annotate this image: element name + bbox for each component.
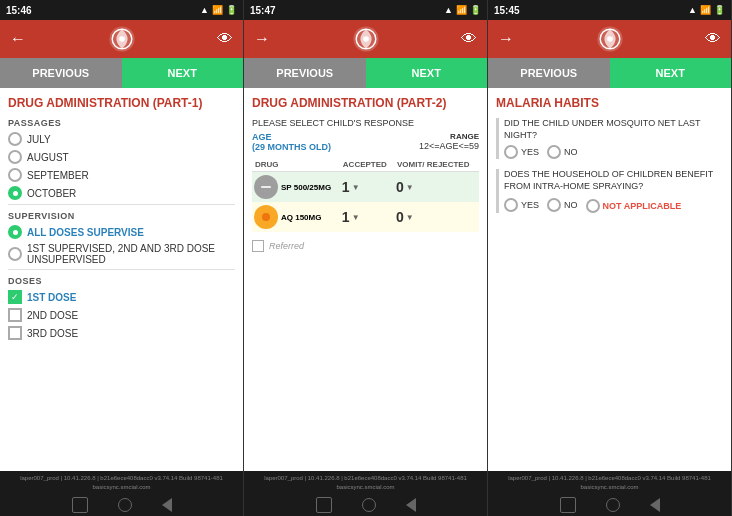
passages-label: PASSAGES xyxy=(8,118,235,128)
dose-2nd[interactable]: 2ND DOSE xyxy=(8,308,235,322)
drug-icon-0 xyxy=(254,175,278,199)
wifi-icon: ▲ xyxy=(200,5,209,15)
back-icon-3[interactable]: → xyxy=(498,30,514,48)
svg-point-9 xyxy=(262,213,270,221)
nav-buttons-2: PREVIOUS NEXT xyxy=(244,58,487,88)
radio-august[interactable] xyxy=(8,150,22,164)
radio-no-2[interactable] xyxy=(547,198,561,212)
next-button-3[interactable]: NEXT xyxy=(610,58,732,88)
page-title-3: MALARIA HABITS xyxy=(496,96,723,110)
label-dose1: 1ST DOSE xyxy=(27,292,76,303)
back-btn-1[interactable] xyxy=(162,498,172,512)
radio-yes-1[interactable] xyxy=(504,145,518,159)
svg-point-5 xyxy=(363,36,369,42)
answer-no-1[interactable]: NO xyxy=(547,145,578,159)
radio-supervision-all[interactable] xyxy=(8,225,22,239)
eye-icon-1[interactable]: 👁 xyxy=(217,30,233,48)
next-button-1[interactable]: NEXT xyxy=(122,58,244,88)
radio-na-2[interactable] xyxy=(586,199,600,213)
answer-na-2[interactable]: NOT APPLICABLE xyxy=(586,199,682,213)
eye-icon-3[interactable]: 👁 xyxy=(705,30,721,48)
radio-september[interactable] xyxy=(8,168,22,182)
checkbox-dose1[interactable]: ✓ xyxy=(8,290,22,304)
status-time-2: 15:47 xyxy=(250,5,276,16)
circle-btn-3[interactable] xyxy=(606,498,620,512)
label-october: OCTOBER xyxy=(27,188,76,199)
nav-buttons-3: PREVIOUS NEXT xyxy=(488,58,731,88)
prev-button-3[interactable]: PREVIOUS xyxy=(488,58,610,88)
circle-btn-2[interactable] xyxy=(362,498,376,512)
divider-1 xyxy=(8,204,235,205)
checkbox-dose2[interactable] xyxy=(8,308,22,322)
radio-no-1[interactable] xyxy=(547,145,561,159)
supervision-all[interactable]: ALL DOSES SUPERVISE xyxy=(8,225,235,239)
answer-row-2: YES NO NOT APPLICABLE xyxy=(504,197,723,213)
signal-icon: 📶 xyxy=(212,5,223,15)
supervision-first[interactable]: 1ST SUPERVISED, 2ND AND 3RD DOSE UNSUPER… xyxy=(8,243,235,265)
content-3: MALARIA HABITS DID THE CHILD UNDER MOSQU… xyxy=(488,88,731,471)
radio-october[interactable] xyxy=(8,186,22,200)
passage-september[interactable]: SEPTEMBER xyxy=(8,168,235,182)
referred-row: Referred xyxy=(252,240,479,252)
divider-2 xyxy=(8,269,235,270)
app-header-1: ← 👁 xyxy=(0,20,243,58)
vomit-arrow-0[interactable]: ▼ xyxy=(406,183,414,192)
back-icon-2[interactable]: → xyxy=(254,30,270,48)
label-august: AUGUST xyxy=(27,152,69,163)
screen-1: 15:46 ▲ 📶 🔋 ← 👁 PREVIOUS NEXT DRUG xyxy=(0,0,244,516)
label-dose2: 2ND DOSE xyxy=(27,310,78,321)
home-btn-1[interactable] xyxy=(72,497,88,513)
screen-2: 15:47 ▲ 📶 🔋 → 👁 PREVIOUS NEXT DRUG ADMIN… xyxy=(244,0,488,516)
vomit-arrow-1[interactable]: ▼ xyxy=(406,213,414,222)
footer-2: laper007_prod | 10.41.226.8 | b21e6ece40… xyxy=(244,471,487,494)
app-logo-2 xyxy=(352,25,380,53)
passage-august[interactable]: AUGUST xyxy=(8,150,235,164)
prompt-text: PLEASE SELECT CHILD'S RESPONSE xyxy=(252,118,479,128)
doses-label: DOSES xyxy=(8,276,235,286)
prev-button-2[interactable]: PREVIOUS xyxy=(244,58,366,88)
question-block-1: DID THE CHILD UNDER MOSQUITO NET LAST NI… xyxy=(496,118,723,159)
drug-col-header: DRUG xyxy=(252,158,340,172)
age-info: AGE (29 MONTHS OLD) xyxy=(252,132,331,152)
next-button-2[interactable]: NEXT xyxy=(366,58,488,88)
home-btn-3[interactable] xyxy=(560,497,576,513)
radio-yes-2[interactable] xyxy=(504,198,518,212)
nav-bar-3 xyxy=(488,494,731,516)
svg-point-12 xyxy=(607,36,613,42)
circle-btn-1[interactable] xyxy=(118,498,132,512)
drug-label-0: SP 500/25MG xyxy=(281,183,331,192)
dose-3rd[interactable]: 3RD DOSE xyxy=(8,326,235,340)
age-detail: (29 MONTHS OLD) xyxy=(252,142,331,152)
range-label: RANGE xyxy=(419,132,479,141)
na-label-2: NOT APPLICABLE xyxy=(603,201,682,211)
radio-supervision-first[interactable] xyxy=(8,247,22,261)
passage-october[interactable]: OCTOBER xyxy=(8,186,235,200)
checkbox-dose3[interactable] xyxy=(8,326,22,340)
content-1: DRUG ADMINISTRATION (PART-1) PASSAGES JU… xyxy=(0,88,243,471)
label-dose3: 3RD DOSE xyxy=(27,328,78,339)
page-title-2: DRUG ADMINISTRATION (PART-2) xyxy=(252,96,479,110)
radio-july[interactable] xyxy=(8,132,22,146)
back-btn-2[interactable] xyxy=(406,498,416,512)
eye-icon-2[interactable]: 👁 xyxy=(461,30,477,48)
app-logo-3 xyxy=(596,25,624,53)
no-label-1: NO xyxy=(564,147,578,157)
answer-yes-2[interactable]: YES xyxy=(504,198,539,212)
prev-button-1[interactable]: PREVIOUS xyxy=(0,58,122,88)
footer-3: laper007_prod | 10.41.226.8 | b21e6ece40… xyxy=(488,471,731,494)
accepted-arrow-1[interactable]: ▼ xyxy=(352,213,360,222)
passage-july[interactable]: JULY xyxy=(8,132,235,146)
home-btn-2[interactable] xyxy=(316,497,332,513)
accepted-arrow-0[interactable]: ▼ xyxy=(352,183,360,192)
back-btn-3[interactable] xyxy=(650,498,660,512)
vomit-col-header: VOMIT/ REJECTED xyxy=(394,158,479,172)
dose-1st[interactable]: ✓ 1ST DOSE xyxy=(8,290,235,304)
answer-yes-1[interactable]: YES xyxy=(504,145,539,159)
answer-no-2[interactable]: NO xyxy=(547,198,578,212)
status-icons-3: ▲ 📶 🔋 xyxy=(688,5,725,15)
vomit-0: 0 ▼ xyxy=(394,172,479,203)
referred-checkbox[interactable] xyxy=(252,240,264,252)
back-icon-1[interactable]: ← xyxy=(10,30,26,48)
wifi-icon-3: ▲ xyxy=(688,5,697,15)
content-2: DRUG ADMINISTRATION (PART-2) PLEASE SELE… xyxy=(244,88,487,471)
